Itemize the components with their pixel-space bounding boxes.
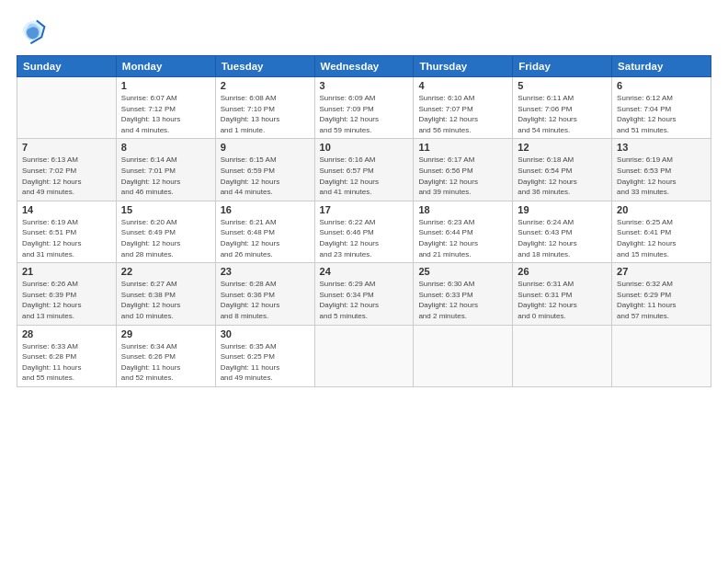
day-number: 29 — [121, 328, 210, 339]
calendar-cell: 7Sunrise: 6:13 AM Sunset: 7:02 PM Daylig… — [17, 139, 117, 201]
day-number: 6 — [617, 80, 706, 91]
calendar-week-row: 14Sunrise: 6:19 AM Sunset: 6:51 PM Dayli… — [17, 201, 711, 262]
calendar-cell: 26Sunrise: 6:31 AM Sunset: 6:31 PM Dayli… — [513, 263, 612, 325]
day-info: Sunrise: 6:33 AM Sunset: 6:28 PM Dayligh… — [22, 341, 111, 384]
calendar-cell: 29Sunrise: 6:34 AM Sunset: 6:26 PM Dayli… — [116, 325, 215, 386]
day-number: 28 — [22, 328, 111, 339]
day-number: 12 — [518, 142, 607, 153]
calendar-week-row: 7Sunrise: 6:13 AM Sunset: 7:02 PM Daylig… — [17, 139, 711, 201]
day-number: 4 — [418, 80, 507, 91]
day-info: Sunrise: 6:11 AM Sunset: 7:06 PM Dayligh… — [518, 93, 607, 135]
day-info: Sunrise: 6:26 AM Sunset: 6:39 PM Dayligh… — [22, 279, 111, 321]
weekday-header-saturday: Saturday — [612, 56, 711, 77]
calendar-cell — [17, 77, 117, 139]
weekday-header-row: SundayMondayTuesdayWednesdayThursdayFrid… — [17, 56, 711, 77]
calendar-cell: 25Sunrise: 6:30 AM Sunset: 6:33 PM Dayli… — [414, 263, 513, 325]
calendar-cell: 27Sunrise: 6:32 AM Sunset: 6:29 PM Dayli… — [612, 263, 711, 325]
day-number: 20 — [617, 204, 706, 215]
day-number: 3 — [320, 80, 409, 91]
day-number: 7 — [22, 142, 111, 153]
day-number: 24 — [320, 266, 409, 277]
day-info: Sunrise: 6:07 AM Sunset: 7:12 PM Dayligh… — [121, 93, 210, 135]
day-number: 16 — [221, 204, 310, 215]
day-info: Sunrise: 6:20 AM Sunset: 6:49 PM Dayligh… — [121, 217, 210, 259]
calendar-cell: 4Sunrise: 6:10 AM Sunset: 7:07 PM Daylig… — [414, 77, 513, 139]
day-number: 27 — [617, 266, 706, 277]
day-number: 21 — [22, 266, 111, 277]
logo — [17, 17, 50, 46]
day-number: 10 — [320, 142, 409, 153]
calendar-week-row: 21Sunrise: 6:26 AM Sunset: 6:39 PM Dayli… — [17, 263, 711, 325]
day-number: 26 — [518, 266, 607, 277]
calendar-cell: 21Sunrise: 6:26 AM Sunset: 6:39 PM Dayli… — [17, 263, 117, 325]
day-info: Sunrise: 6:32 AM Sunset: 6:29 PM Dayligh… — [617, 279, 706, 321]
day-info: Sunrise: 6:34 AM Sunset: 6:26 PM Dayligh… — [121, 341, 210, 384]
day-info: Sunrise: 6:25 AM Sunset: 6:41 PM Dayligh… — [617, 217, 706, 259]
calendar-cell: 11Sunrise: 6:17 AM Sunset: 6:56 PM Dayli… — [414, 139, 513, 201]
day-number: 18 — [418, 204, 507, 215]
calendar-cell — [414, 325, 513, 386]
day-info: Sunrise: 6:22 AM Sunset: 6:46 PM Dayligh… — [320, 217, 409, 259]
day-info: Sunrise: 6:09 AM Sunset: 7:09 PM Dayligh… — [320, 93, 409, 135]
calendar-cell: 16Sunrise: 6:21 AM Sunset: 6:48 PM Dayli… — [215, 201, 314, 262]
day-number: 11 — [418, 142, 507, 153]
day-info: Sunrise: 6:35 AM Sunset: 6:25 PM Dayligh… — [221, 341, 310, 384]
day-info: Sunrise: 6:27 AM Sunset: 6:38 PM Dayligh… — [121, 279, 210, 321]
day-info: Sunrise: 6:23 AM Sunset: 6:44 PM Dayligh… — [418, 217, 507, 259]
weekday-header-tuesday: Tuesday — [215, 56, 314, 77]
day-info: Sunrise: 6:10 AM Sunset: 7:07 PM Dayligh… — [418, 93, 507, 135]
day-info: Sunrise: 6:14 AM Sunset: 7:01 PM Dayligh… — [121, 155, 210, 197]
weekday-header-sunday: Sunday — [17, 56, 117, 77]
day-number: 5 — [518, 80, 607, 91]
weekday-header-wednesday: Wednesday — [314, 56, 414, 77]
day-info: Sunrise: 6:19 AM Sunset: 6:51 PM Dayligh… — [22, 217, 111, 259]
calendar-cell: 28Sunrise: 6:33 AM Sunset: 6:28 PM Dayli… — [17, 325, 117, 386]
calendar-cell: 18Sunrise: 6:23 AM Sunset: 6:44 PM Dayli… — [414, 201, 513, 262]
day-info: Sunrise: 6:28 AM Sunset: 6:36 PM Dayligh… — [221, 279, 310, 321]
day-number: 23 — [221, 266, 310, 277]
day-info: Sunrise: 6:08 AM Sunset: 7:10 PM Dayligh… — [221, 93, 310, 135]
day-number: 13 — [617, 142, 706, 153]
day-info: Sunrise: 6:15 AM Sunset: 6:59 PM Dayligh… — [221, 155, 310, 197]
calendar-cell: 5Sunrise: 6:11 AM Sunset: 7:06 PM Daylig… — [513, 77, 612, 139]
day-number: 1 — [121, 80, 210, 91]
calendar-cell — [314, 325, 414, 386]
calendar-week-row: 28Sunrise: 6:33 AM Sunset: 6:28 PM Dayli… — [17, 325, 711, 386]
day-info: Sunrise: 6:19 AM Sunset: 6:53 PM Dayligh… — [617, 155, 706, 197]
calendar-cell: 2Sunrise: 6:08 AM Sunset: 7:10 PM Daylig… — [215, 77, 314, 139]
day-info: Sunrise: 6:16 AM Sunset: 6:57 PM Dayligh… — [320, 155, 409, 197]
day-info: Sunrise: 6:21 AM Sunset: 6:48 PM Dayligh… — [221, 217, 310, 259]
calendar-cell: 15Sunrise: 6:20 AM Sunset: 6:49 PM Dayli… — [116, 201, 215, 262]
calendar-cell: 19Sunrise: 6:24 AM Sunset: 6:43 PM Dayli… — [513, 201, 612, 262]
calendar-cell: 23Sunrise: 6:28 AM Sunset: 6:36 PM Dayli… — [215, 263, 314, 325]
calendar-cell: 22Sunrise: 6:27 AM Sunset: 6:38 PM Dayli… — [116, 263, 215, 325]
calendar-cell: 10Sunrise: 6:16 AM Sunset: 6:57 PM Dayli… — [314, 139, 414, 201]
calendar-cell: 12Sunrise: 6:18 AM Sunset: 6:54 PM Dayli… — [513, 139, 612, 201]
calendar-cell: 20Sunrise: 6:25 AM Sunset: 6:41 PM Dayli… — [612, 201, 711, 262]
calendar-week-row: 1Sunrise: 6:07 AM Sunset: 7:12 PM Daylig… — [17, 77, 711, 139]
calendar-cell: 17Sunrise: 6:22 AM Sunset: 6:46 PM Dayli… — [314, 201, 414, 262]
calendar-cell: 6Sunrise: 6:12 AM Sunset: 7:04 PM Daylig… — [612, 77, 711, 139]
calendar-cell — [612, 325, 711, 386]
day-number: 22 — [121, 266, 210, 277]
day-info: Sunrise: 6:24 AM Sunset: 6:43 PM Dayligh… — [518, 217, 607, 259]
logo-icon — [17, 17, 46, 46]
calendar-cell — [513, 325, 612, 386]
day-number: 9 — [221, 142, 310, 153]
weekday-header-monday: Monday — [116, 56, 215, 77]
day-number: 30 — [221, 328, 310, 339]
day-info: Sunrise: 6:12 AM Sunset: 7:04 PM Dayligh… — [617, 93, 706, 135]
day-number: 25 — [418, 266, 507, 277]
page: SundayMondayTuesdayWednesdayThursdayFrid… — [0, 0, 728, 563]
day-info: Sunrise: 6:17 AM Sunset: 6:56 PM Dayligh… — [418, 155, 507, 197]
day-number: 2 — [221, 80, 310, 91]
day-info: Sunrise: 6:13 AM Sunset: 7:02 PM Dayligh… — [22, 155, 111, 197]
calendar-cell: 9Sunrise: 6:15 AM Sunset: 6:59 PM Daylig… — [215, 139, 314, 201]
day-info: Sunrise: 6:30 AM Sunset: 6:33 PM Dayligh… — [418, 279, 507, 321]
calendar-cell: 14Sunrise: 6:19 AM Sunset: 6:51 PM Dayli… — [17, 201, 117, 262]
calendar-cell: 24Sunrise: 6:29 AM Sunset: 6:34 PM Dayli… — [314, 263, 414, 325]
calendar-cell: 8Sunrise: 6:14 AM Sunset: 7:01 PM Daylig… — [116, 139, 215, 201]
day-number: 17 — [320, 204, 409, 215]
day-number: 14 — [22, 204, 111, 215]
day-info: Sunrise: 6:31 AM Sunset: 6:31 PM Dayligh… — [518, 279, 607, 321]
